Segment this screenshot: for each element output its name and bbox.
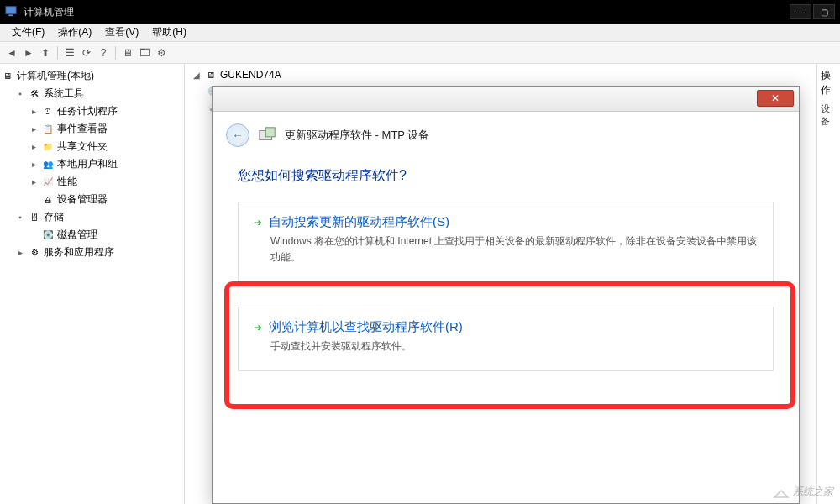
tree-root[interactable]: 🖥 计算机管理(本地) [2, 67, 182, 85]
users-icon: 👥 [42, 159, 54, 171]
computer-icon: 🖥 [2, 71, 13, 82]
minimize-button[interactable]: — [790, 4, 811, 19]
tree-root-label: 计算机管理(本地) [17, 69, 94, 83]
menu-file[interactable]: 文件(F) [5, 24, 51, 41]
arrow-icon: ➔ [254, 322, 262, 333]
menu-view[interactable]: 查看(V) [98, 24, 145, 41]
actions-panel: 操作 设备 [816, 64, 840, 504]
clock-icon: ⏱ [42, 106, 54, 118]
tree-shared-folders[interactable]: ▸📁共享文件夹 [29, 138, 182, 155]
tree-services[interactable]: ▸⚙服务和应用程序 [15, 244, 182, 261]
expand-icon[interactable]: ▸ [29, 107, 39, 116]
refresh-icon[interactable]: ⟳ [80, 46, 93, 60]
collapse-icon[interactable]: ▪ [15, 213, 25, 222]
update-driver-dialog: ✕ ← 更新驱动程序软件 - MTP 设备 您想如何搜索驱动程序软件? ➔ 自动… [212, 86, 800, 504]
device-icon[interactable]: 🗔 [138, 46, 151, 60]
menu-bar: 文件(F) 操作(A) 查看(V) 帮助(H) [0, 24, 840, 42]
watermark: 系统之家 [773, 485, 833, 499]
tree-event-viewer-label: 事件查看器 [57, 122, 108, 136]
properties-icon[interactable]: ☰ [63, 46, 76, 60]
tree-device-manager[interactable]: 🖨设备管理器 [29, 191, 182, 208]
svg-rect-0 [6, 7, 16, 14]
expand-icon[interactable]: ▸ [29, 142, 39, 151]
separator [57, 46, 58, 60]
dialog-question: 您想如何搜索驱动程序软件? [238, 167, 774, 185]
dialog-close-button[interactable]: ✕ [757, 90, 794, 107]
tools-icon: 🛠 [29, 88, 40, 100]
expand-icon[interactable]: ▸ [29, 124, 39, 134]
tree-storage-label: 存储 [44, 210, 64, 224]
separator [115, 46, 116, 60]
tree-disk-mgmt-label: 磁盘管理 [57, 228, 97, 242]
disk-icon: 💽 [42, 229, 54, 241]
tree-task-scheduler[interactable]: ▸⏱任务计划程序 [29, 102, 182, 120]
watermark-text: 系统之家 [793, 485, 833, 499]
back-icon[interactable]: ◄ [5, 46, 18, 60]
tree-local-users-label: 本地用户和组 [57, 157, 118, 171]
forward-icon[interactable]: ► [22, 46, 35, 60]
window-titlebar: 计算机管理 — ▢ [0, 0, 840, 24]
option-auto-desc: Windows 将在您的计算机和 Internet 上查找用于相关设备的最新驱动… [270, 234, 758, 265]
dialog-title: 更新驱动程序软件 - MTP 设备 [285, 128, 429, 143]
window-title: 计算机管理 [24, 5, 74, 19]
perf-icon: 📈 [42, 176, 54, 188]
toolbar: ◄ ► ⬆ ☰ ⟳ ? 🖥 🗔 ⚙ [0, 42, 840, 64]
actions-item[interactable]: 设备 [821, 102, 837, 128]
scan-icon[interactable]: 🖥 [121, 46, 134, 60]
tree-system-tools-label: 系统工具 [44, 87, 84, 101]
device-root[interactable]: ◢🖥GUKEND74A [192, 67, 810, 82]
tree-shared-folders-label: 共享文件夹 [57, 139, 108, 154]
collapse-icon[interactable]: ▪ [15, 89, 25, 98]
app-icon [5, 5, 18, 18]
up-icon[interactable]: ⬆ [39, 46, 52, 60]
help-icon[interactable]: ? [97, 46, 110, 60]
expand-icon[interactable]: ▸ [15, 248, 25, 257]
dialog-titlebar: ✕ [213, 87, 799, 112]
folder-icon: 📁 [42, 141, 54, 153]
tree-performance[interactable]: ▸📈性能 [29, 173, 182, 191]
tree-event-viewer[interactable]: ▸📋事件查看器 [29, 120, 182, 138]
menu-action[interactable]: 操作(A) [51, 24, 98, 41]
tree-system-tools[interactable]: ▪ 🛠 系统工具 [15, 85, 182, 102]
device-icon: 🖨 [42, 194, 54, 206]
tree-performance-label: 性能 [57, 175, 77, 189]
actions-header: 操作 [821, 69, 837, 97]
expand-icon[interactable]: ▸ [29, 160, 39, 169]
event-icon: 📋 [42, 123, 54, 135]
arrow-icon: ➔ [254, 217, 262, 228]
services-icon: ⚙ [29, 247, 40, 259]
dialog-back-button[interactable]: ← [226, 123, 249, 147]
option-browse-desc: 手动查找并安装驱动程序软件。 [270, 339, 758, 354]
device-root-label: GUKEND74A [220, 69, 281, 81]
tree-services-label: 服务和应用程序 [44, 245, 114, 260]
computer-icon: 🖥 [205, 69, 217, 81]
option-auto-title: 自动搜索更新的驱动程序软件(S) [269, 214, 449, 230]
option-browse-computer[interactable]: ➔ 浏览计算机以查找驱动程序软件(R) 手动查找并安装驱动程序软件。 [238, 307, 774, 370]
driver-icon [258, 126, 276, 144]
option-auto-search[interactable]: ➔ 自动搜索更新的驱动程序软件(S) Windows 将在您的计算机和 Inte… [238, 202, 774, 281]
svg-rect-1 [8, 14, 13, 16]
config-icon[interactable]: ⚙ [155, 46, 168, 60]
tree-local-users[interactable]: ▸👥本地用户和组 [29, 155, 182, 173]
svg-rect-3 [265, 128, 275, 137]
tree-storage[interactable]: ▪🗄存储 [15, 208, 182, 226]
tree-disk-mgmt[interactable]: 💽磁盘管理 [29, 226, 182, 244]
maximize-button[interactable]: ▢ [813, 4, 835, 19]
menu-help[interactable]: 帮助(H) [145, 24, 193, 41]
tree-task-scheduler-label: 任务计划程序 [57, 104, 118, 118]
option-browse-title: 浏览计算机以查找驱动程序软件(R) [269, 319, 463, 335]
storage-icon: 🗄 [29, 212, 40, 223]
sidebar-tree: 🖥 计算机管理(本地) ▪ 🛠 系统工具 ▸⏱任务计划程序 ▸📋事件查看器 ▸📁… [0, 64, 185, 504]
tree-device-manager-label: 设备管理器 [57, 192, 108, 207]
collapse-icon[interactable]: ◢ [192, 71, 202, 80]
expand-icon[interactable]: ▸ [29, 177, 39, 186]
